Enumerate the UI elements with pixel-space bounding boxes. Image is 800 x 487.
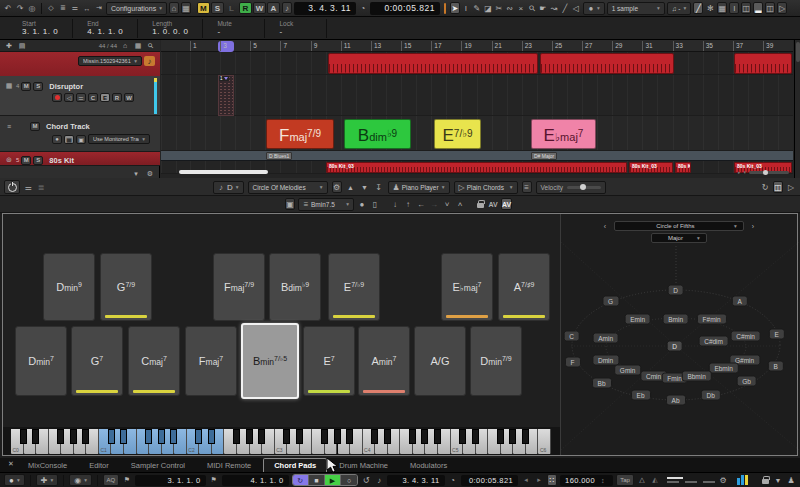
circle-node[interactable]: Amin xyxy=(592,333,619,344)
chord-pad[interactable]: E♭maj7 xyxy=(441,253,493,321)
automation-a-button[interactable]: A xyxy=(267,2,280,14)
tempo-display[interactable]: 160.000↕ xyxy=(560,475,613,486)
chord-pad[interactable]: Bmin7/♭5 xyxy=(241,323,299,399)
chord-event[interactable]: E♭maj7 xyxy=(531,119,596,149)
note-icon[interactable]: ♪ xyxy=(374,474,384,486)
audio-region[interactable]: 80s K xyxy=(675,162,691,173)
players-view-icon[interactable]: ≣ xyxy=(36,181,46,193)
piano-black-key[interactable] xyxy=(459,429,466,444)
redo-icon[interactable]: ↷ xyxy=(15,2,25,14)
mute-button[interactable]: M xyxy=(21,156,31,165)
piano-black-key[interactable] xyxy=(497,429,504,444)
circle-mode-dropdown[interactable]: Major ▾ xyxy=(651,233,707,243)
automation-l-button[interactable]: L xyxy=(225,2,238,14)
snap-value-dropdown[interactable]: 1 sample ▾ xyxy=(607,2,665,15)
track-lanes-icon[interactable]: ≣ xyxy=(58,2,68,14)
tab-chord-pads[interactable]: Chord Pads xyxy=(263,458,327,472)
close-icon[interactable]: ✕ xyxy=(6,458,16,470)
piano-black-key[interactable] xyxy=(208,429,215,444)
return-to-start-icon[interactable]: ↺ xyxy=(361,474,371,486)
automation-w-button[interactable]: W xyxy=(253,2,266,14)
divider-handle[interactable] xyxy=(444,3,446,14)
expand-icon[interactable]: ▷ xyxy=(786,181,796,193)
next-icon[interactable]: › xyxy=(748,220,758,232)
monitor-dropdown[interactable]: ◉▾ xyxy=(69,474,92,486)
zoom-controls[interactable]: ▸▾ xyxy=(738,169,789,175)
chord-pad[interactable]: E7/♭9 xyxy=(328,253,380,321)
circle-type-dropdown[interactable]: Circle of Fifths ▾ xyxy=(614,221,744,231)
circle-node[interactable]: E xyxy=(768,329,784,340)
time-display[interactable]: 0:00:05.821 xyxy=(370,2,440,15)
piano-black-key[interactable] xyxy=(321,429,328,444)
transpose-up-icon[interactable]: ▲ xyxy=(346,181,356,193)
piano-black-key[interactable] xyxy=(283,429,290,444)
cycle-button[interactable]: ↻ xyxy=(293,475,309,486)
piano-black-key[interactable] xyxy=(32,429,39,444)
position-display[interactable]: 3. 4. 3. 11 xyxy=(294,2,356,15)
adaptive-voicing-button[interactable]: AV xyxy=(488,198,498,210)
right-panel-icon[interactable]: ◫ xyxy=(765,2,775,14)
time-display[interactable]: 0:00:05.821 xyxy=(461,475,518,486)
circle-node[interactable]: F xyxy=(565,357,581,368)
piano-black-key[interactable] xyxy=(434,429,441,444)
slider-thumb[interactable] xyxy=(580,184,586,190)
grid-icon[interactable]: ▦ xyxy=(133,40,143,52)
tab-editor[interactable]: Editor xyxy=(79,459,119,472)
prev-icon[interactable]: ‹ xyxy=(600,220,610,232)
circle-node[interactable]: C#dim xyxy=(698,336,729,347)
mute-button[interactable]: M xyxy=(21,82,31,91)
piano-black-key[interactable] xyxy=(509,429,516,444)
record-mode-dropdown[interactable]: ●▾ xyxy=(4,474,25,486)
note-icon[interactable]: ♪ xyxy=(144,56,155,66)
chord-pad[interactable]: Bdim♭9 xyxy=(269,253,321,321)
audio-region[interactable] xyxy=(540,53,674,74)
filter-icon[interactable]: ▼ xyxy=(773,474,783,486)
glue-tool-icon[interactable]: ∾ xyxy=(505,2,515,14)
voicing-icon[interactable]: ≡ xyxy=(522,181,532,193)
trash-icon[interactable]: ▯ xyxy=(370,198,380,210)
track-e-button[interactable]: E xyxy=(100,93,110,102)
piano-black-key[interactable] xyxy=(384,429,391,444)
root-key-dropdown[interactable]: ♪ D ▾ xyxy=(213,181,244,194)
quantize-dropdown[interactable]: ♫ - ▾ xyxy=(667,2,692,15)
chord-pad[interactable]: G7/9 xyxy=(100,253,152,321)
search-icon[interactable]: ⚲ xyxy=(143,38,159,54)
color-tool-dropdown[interactable]: ●▾ xyxy=(583,2,605,15)
piano-black-key[interactable] xyxy=(108,429,115,444)
velocity-control[interactable]: Velocity xyxy=(536,181,606,194)
chord-select-dropdown[interactable]: ≡Bmin7.5 ▾ xyxy=(298,198,354,211)
piano-black-key[interactable] xyxy=(246,429,253,444)
tempo-spinner-icon[interactable]: ↕ xyxy=(598,474,608,486)
circle-node[interactable]: D xyxy=(667,285,684,296)
record-icon[interactable]: ● xyxy=(52,135,62,144)
marker-next-icon[interactable]: ▸ xyxy=(534,474,544,486)
piano-black-key[interactable] xyxy=(522,429,529,444)
eraser-tool-icon[interactable]: ◪ xyxy=(483,2,493,14)
circle-node[interactable]: Ebmin xyxy=(708,363,738,374)
automation-m-button[interactable]: M xyxy=(197,2,210,14)
range-tool-icon[interactable]: I xyxy=(461,2,471,14)
chord-event[interactable]: Fmaj7/9 xyxy=(266,119,334,149)
mute-button[interactable]: M xyxy=(30,122,40,131)
piano-black-key[interactable] xyxy=(57,429,64,444)
circle-node[interactable]: Bbmin xyxy=(681,371,711,382)
count-in-icon[interactable]: ◭ xyxy=(650,474,660,486)
object-selection-tool-icon[interactable]: ➤ xyxy=(450,2,460,14)
stop-button[interactable]: ■ xyxy=(309,475,325,486)
auto-quantize-button[interactable]: AQ xyxy=(103,474,119,486)
piano-black-key[interactable] xyxy=(409,429,416,444)
transpose-down-icon[interactable]: ▼ xyxy=(360,181,370,193)
freeze-icon[interactable]: ✻ xyxy=(705,2,715,14)
scale-event[interactable]: D Blues1 xyxy=(266,152,292,160)
workspace-icon[interactable]: ◇ xyxy=(46,2,56,14)
audio-region[interactable]: 80s Kit_03 xyxy=(629,162,673,173)
piano-black-key[interactable] xyxy=(20,429,27,444)
autoscroll-icon[interactable]: ⇥ xyxy=(94,2,104,14)
circle-node[interactable]: F#min xyxy=(697,314,727,325)
circle-node[interactable]: Bb xyxy=(592,378,612,389)
timeline-ruler[interactable]: 13579111315171921232527293133353739 xyxy=(161,40,793,52)
folder-icon[interactable]: ▤ xyxy=(17,40,27,52)
chord-pad[interactable]: Dmin7/9 xyxy=(470,326,522,396)
piano-black-key[interactable] xyxy=(334,429,341,444)
info-field-end[interactable]: End4. 1. 1. 0 xyxy=(73,19,138,38)
